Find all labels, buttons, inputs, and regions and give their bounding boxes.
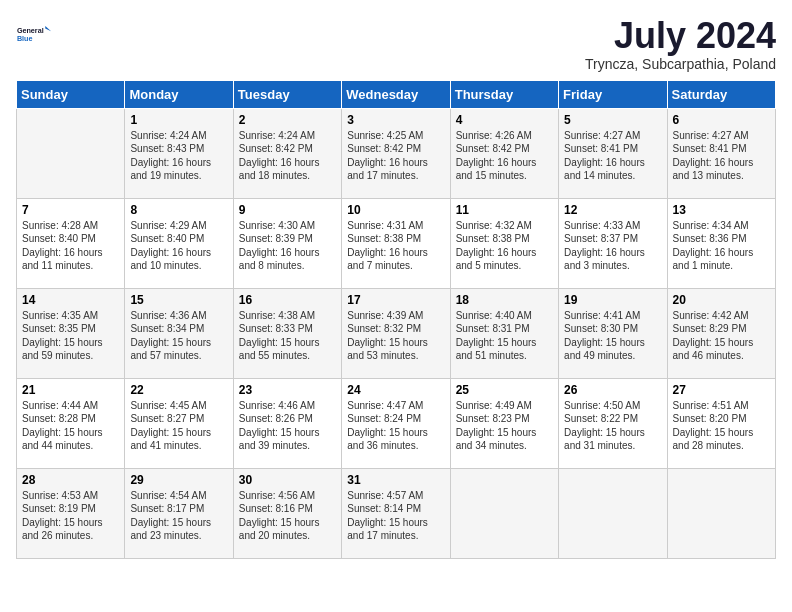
calendar-cell: 26Sunrise: 4:50 AM Sunset: 8:22 PM Dayli… (559, 378, 667, 468)
calendar-cell: 2Sunrise: 4:24 AM Sunset: 8:42 PM Daylig… (233, 108, 341, 198)
day-info: Sunrise: 4:40 AM Sunset: 8:31 PM Dayligh… (456, 309, 553, 363)
week-row-4: 21Sunrise: 4:44 AM Sunset: 8:28 PM Dayli… (17, 378, 776, 468)
calendar-cell: 22Sunrise: 4:45 AM Sunset: 8:27 PM Dayli… (125, 378, 233, 468)
day-number: 19 (564, 293, 661, 307)
calendar-cell: 1Sunrise: 4:24 AM Sunset: 8:43 PM Daylig… (125, 108, 233, 198)
calendar-cell: 5Sunrise: 4:27 AM Sunset: 8:41 PM Daylig… (559, 108, 667, 198)
day-info: Sunrise: 4:50 AM Sunset: 8:22 PM Dayligh… (564, 399, 661, 453)
day-info: Sunrise: 4:35 AM Sunset: 8:35 PM Dayligh… (22, 309, 119, 363)
calendar-cell: 20Sunrise: 4:42 AM Sunset: 8:29 PM Dayli… (667, 288, 775, 378)
calendar-cell: 14Sunrise: 4:35 AM Sunset: 8:35 PM Dayli… (17, 288, 125, 378)
day-info: Sunrise: 4:24 AM Sunset: 8:42 PM Dayligh… (239, 129, 336, 183)
col-header-friday: Friday (559, 80, 667, 108)
week-row-3: 14Sunrise: 4:35 AM Sunset: 8:35 PM Dayli… (17, 288, 776, 378)
day-number: 3 (347, 113, 444, 127)
day-info: Sunrise: 4:24 AM Sunset: 8:43 PM Dayligh… (130, 129, 227, 183)
calendar-cell: 18Sunrise: 4:40 AM Sunset: 8:31 PM Dayli… (450, 288, 558, 378)
day-info: Sunrise: 4:41 AM Sunset: 8:30 PM Dayligh… (564, 309, 661, 363)
page-header: GeneralBlue July 2024 Tryncza, Subcarpat… (16, 16, 776, 72)
col-header-wednesday: Wednesday (342, 80, 450, 108)
day-number: 16 (239, 293, 336, 307)
day-number: 2 (239, 113, 336, 127)
calendar-cell: 31Sunrise: 4:57 AM Sunset: 8:14 PM Dayli… (342, 468, 450, 558)
day-number: 20 (673, 293, 770, 307)
day-number: 25 (456, 383, 553, 397)
day-number: 28 (22, 473, 119, 487)
col-header-tuesday: Tuesday (233, 80, 341, 108)
day-number: 12 (564, 203, 661, 217)
day-number: 7 (22, 203, 119, 217)
calendar-cell: 8Sunrise: 4:29 AM Sunset: 8:40 PM Daylig… (125, 198, 233, 288)
day-number: 1 (130, 113, 227, 127)
day-number: 18 (456, 293, 553, 307)
week-row-1: 1Sunrise: 4:24 AM Sunset: 8:43 PM Daylig… (17, 108, 776, 198)
calendar-cell: 30Sunrise: 4:56 AM Sunset: 8:16 PM Dayli… (233, 468, 341, 558)
calendar-table: SundayMondayTuesdayWednesdayThursdayFrid… (16, 80, 776, 559)
day-info: Sunrise: 4:45 AM Sunset: 8:27 PM Dayligh… (130, 399, 227, 453)
calendar-cell: 13Sunrise: 4:34 AM Sunset: 8:36 PM Dayli… (667, 198, 775, 288)
calendar-cell: 17Sunrise: 4:39 AM Sunset: 8:32 PM Dayli… (342, 288, 450, 378)
day-number: 30 (239, 473, 336, 487)
day-number: 29 (130, 473, 227, 487)
day-number: 26 (564, 383, 661, 397)
calendar-cell: 9Sunrise: 4:30 AM Sunset: 8:39 PM Daylig… (233, 198, 341, 288)
day-info: Sunrise: 4:56 AM Sunset: 8:16 PM Dayligh… (239, 489, 336, 543)
calendar-cell (559, 468, 667, 558)
day-info: Sunrise: 4:42 AM Sunset: 8:29 PM Dayligh… (673, 309, 770, 363)
title-section: July 2024 Tryncza, Subcarpathia, Poland (585, 16, 776, 72)
day-number: 5 (564, 113, 661, 127)
day-info: Sunrise: 4:31 AM Sunset: 8:38 PM Dayligh… (347, 219, 444, 273)
calendar-cell (667, 468, 775, 558)
day-number: 22 (130, 383, 227, 397)
calendar-cell: 24Sunrise: 4:47 AM Sunset: 8:24 PM Dayli… (342, 378, 450, 468)
day-number: 6 (673, 113, 770, 127)
calendar-cell: 23Sunrise: 4:46 AM Sunset: 8:26 PM Dayli… (233, 378, 341, 468)
svg-marker-2 (45, 26, 51, 31)
day-info: Sunrise: 4:28 AM Sunset: 8:40 PM Dayligh… (22, 219, 119, 273)
day-number: 10 (347, 203, 444, 217)
day-info: Sunrise: 4:25 AM Sunset: 8:42 PM Dayligh… (347, 129, 444, 183)
svg-text:Blue: Blue (17, 34, 33, 43)
header-row: SundayMondayTuesdayWednesdayThursdayFrid… (17, 80, 776, 108)
col-header-sunday: Sunday (17, 80, 125, 108)
logo-icon: GeneralBlue (16, 16, 52, 52)
calendar-cell (450, 468, 558, 558)
calendar-cell: 6Sunrise: 4:27 AM Sunset: 8:41 PM Daylig… (667, 108, 775, 198)
day-info: Sunrise: 4:27 AM Sunset: 8:41 PM Dayligh… (673, 129, 770, 183)
day-info: Sunrise: 4:36 AM Sunset: 8:34 PM Dayligh… (130, 309, 227, 363)
day-info: Sunrise: 4:46 AM Sunset: 8:26 PM Dayligh… (239, 399, 336, 453)
day-number: 17 (347, 293, 444, 307)
day-info: Sunrise: 4:54 AM Sunset: 8:17 PM Dayligh… (130, 489, 227, 543)
col-header-monday: Monday (125, 80, 233, 108)
calendar-cell: 28Sunrise: 4:53 AM Sunset: 8:19 PM Dayli… (17, 468, 125, 558)
calendar-cell: 15Sunrise: 4:36 AM Sunset: 8:34 PM Dayli… (125, 288, 233, 378)
svg-text:General: General (17, 26, 44, 35)
day-number: 4 (456, 113, 553, 127)
calendar-cell: 10Sunrise: 4:31 AM Sunset: 8:38 PM Dayli… (342, 198, 450, 288)
day-info: Sunrise: 4:26 AM Sunset: 8:42 PM Dayligh… (456, 129, 553, 183)
day-number: 21 (22, 383, 119, 397)
day-info: Sunrise: 4:57 AM Sunset: 8:14 PM Dayligh… (347, 489, 444, 543)
week-row-2: 7Sunrise: 4:28 AM Sunset: 8:40 PM Daylig… (17, 198, 776, 288)
day-info: Sunrise: 4:30 AM Sunset: 8:39 PM Dayligh… (239, 219, 336, 273)
day-info: Sunrise: 4:47 AM Sunset: 8:24 PM Dayligh… (347, 399, 444, 453)
day-info: Sunrise: 4:39 AM Sunset: 8:32 PM Dayligh… (347, 309, 444, 363)
calendar-cell: 16Sunrise: 4:38 AM Sunset: 8:33 PM Dayli… (233, 288, 341, 378)
week-row-5: 28Sunrise: 4:53 AM Sunset: 8:19 PM Dayli… (17, 468, 776, 558)
day-info: Sunrise: 4:29 AM Sunset: 8:40 PM Dayligh… (130, 219, 227, 273)
logo: GeneralBlue (16, 16, 52, 52)
location-subtitle: Tryncza, Subcarpathia, Poland (585, 56, 776, 72)
day-info: Sunrise: 4:49 AM Sunset: 8:23 PM Dayligh… (456, 399, 553, 453)
calendar-cell: 27Sunrise: 4:51 AM Sunset: 8:20 PM Dayli… (667, 378, 775, 468)
day-number: 15 (130, 293, 227, 307)
day-number: 31 (347, 473, 444, 487)
day-info: Sunrise: 4:32 AM Sunset: 8:38 PM Dayligh… (456, 219, 553, 273)
day-number: 27 (673, 383, 770, 397)
day-info: Sunrise: 4:38 AM Sunset: 8:33 PM Dayligh… (239, 309, 336, 363)
calendar-cell: 4Sunrise: 4:26 AM Sunset: 8:42 PM Daylig… (450, 108, 558, 198)
calendar-cell: 12Sunrise: 4:33 AM Sunset: 8:37 PM Dayli… (559, 198, 667, 288)
day-number: 11 (456, 203, 553, 217)
day-info: Sunrise: 4:44 AM Sunset: 8:28 PM Dayligh… (22, 399, 119, 453)
calendar-cell: 21Sunrise: 4:44 AM Sunset: 8:28 PM Dayli… (17, 378, 125, 468)
day-number: 9 (239, 203, 336, 217)
